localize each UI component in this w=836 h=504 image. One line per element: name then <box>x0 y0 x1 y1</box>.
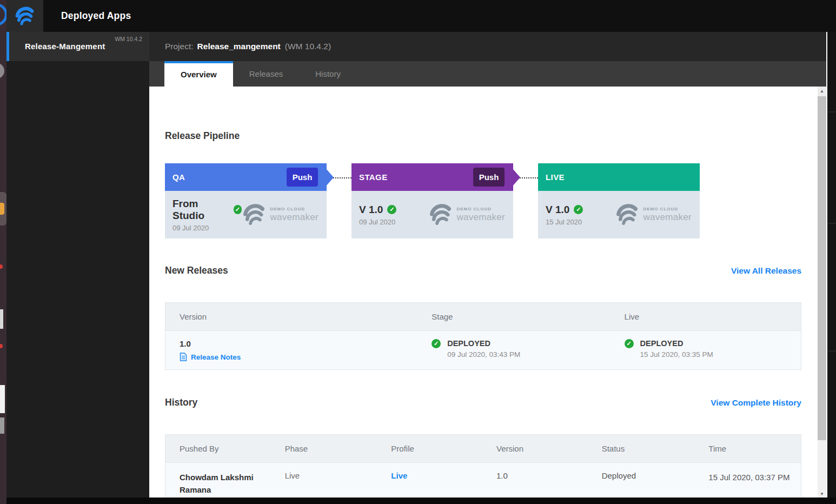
vertical-scrollbar[interactable]: ▲ ▼ <box>818 87 826 498</box>
new-releases-table-header: Version Stage Live <box>165 303 801 330</box>
live-stage-header: LIVE <box>538 163 700 191</box>
stage-push-button[interactable]: Push <box>473 168 505 187</box>
wavemaker-logo-icon <box>615 202 640 227</box>
dock-icon-fragment <box>0 3 6 26</box>
deployed-check-icon: ✓ <box>625 339 634 348</box>
history-phase: Live <box>271 463 377 497</box>
scrollbar-thumb[interactable] <box>818 96 826 440</box>
divider <box>828 111 836 112</box>
logo-text-top: DEMO CLOUD <box>270 207 319 211</box>
new-releases-table: Version Stage Live 1.0 Release Notes <box>165 302 801 370</box>
qa-deploy-date: 09 Jul 2020 <box>172 224 242 232</box>
dock-notification-dot <box>0 344 3 348</box>
new-releases-header-row: New Releases View All Releases <box>165 265 801 276</box>
sidebar-item-release-mangement[interactable]: WM 10.4.2 Release-Mangement <box>6 32 149 61</box>
logo-text-bottom: wavemaker <box>643 212 692 223</box>
qa-stage-header: QA Push <box>165 163 327 191</box>
logo-text-top: DEMO CLOUD <box>456 207 505 211</box>
project-header: Project: Release_mangement (WM 10.4.2) <box>149 32 826 61</box>
pipeline-card-stage: STAGE Push V 1.0 ✓ 09 Jul 2020 <box>351 163 513 238</box>
project-version: (WM 10.4.2) <box>285 42 331 51</box>
main-panel: Project: Release_mangement (WM 10.4.2) O… <box>149 32 826 498</box>
column-header-version: Version <box>482 435 588 462</box>
column-header-stage: Stage <box>417 303 610 330</box>
deployed-check-icon: ✓ <box>574 205 583 214</box>
live-deploy-info: V 1.0 ✓ 15 Jul 2020 <box>546 204 583 226</box>
stage-version-label: V 1.0 <box>359 204 383 216</box>
history-title: History <box>165 397 197 408</box>
scroll-up-icon[interactable]: ▲ <box>818 87 826 96</box>
qa-version-label: From Studio <box>172 198 229 222</box>
wavemaker-logo-icon <box>14 5 36 27</box>
tab-overview[interactable]: Overview <box>164 61 233 87</box>
column-header-status: Status <box>588 435 695 462</box>
tab-history[interactable]: History <box>299 61 357 87</box>
live-deploy-time: 15 Jul 2020, 03:35 PM <box>640 350 713 359</box>
history-pushed-by: Chowdam Lakshmi Ramana <box>165 463 271 497</box>
release-pipeline-title: Release Pipeline <box>165 130 240 142</box>
wavemaker-demo-cloud-logo: DEMO CLOUD wavemaker <box>615 202 692 227</box>
view-all-releases-link[interactable]: View All Releases <box>731 266 801 276</box>
wavemaker-home-button[interactable] <box>6 0 43 32</box>
column-header-live: Live <box>611 303 801 330</box>
qa-deploy-info: From Studio ✓ 09 Jul 2020 <box>172 198 242 232</box>
release-notes-link[interactable]: Release Notes <box>180 353 412 361</box>
live-version-label: V 1.0 <box>546 204 569 216</box>
stage-stage-body: V 1.0 ✓ 09 Jul 2020 DEMO CLOUD wavemaker <box>351 191 513 238</box>
screen: Deployed Apps WM 10.4.2 Release-Mangemen… <box>0 0 836 504</box>
column-header-phase: Phase <box>271 435 377 462</box>
dock-icon-fragment <box>0 417 4 434</box>
column-header-profile: Profile <box>377 435 482 462</box>
deployed-check-icon: ✓ <box>432 339 441 348</box>
history-version: 1.0 <box>482 463 588 497</box>
stage-stage-header: STAGE Push <box>351 163 513 191</box>
logo-text-bottom: wavemaker <box>270 212 319 223</box>
background-window-edge <box>826 32 836 498</box>
deployed-check-icon: ✓ <box>234 205 242 214</box>
dock-icon-fragment <box>0 63 4 79</box>
pipeline-cards: QA Push From Studio ✓ 09 Jul 2020 <box>165 163 700 238</box>
stage-status: DEPLOYED <box>447 339 520 348</box>
qa-stage-body: From Studio ✓ 09 Jul 2020 DEMO CLOUD wav… <box>165 191 327 238</box>
dock-active-icon-fragment <box>0 192 6 226</box>
live-stage-body: V 1.0 ✓ 15 Jul 2020 DEMO CLOUD wavemaker <box>538 191 700 238</box>
view-complete-history-link[interactable]: View Complete History <box>711 398 801 408</box>
qa-push-button[interactable]: Push <box>287 168 318 187</box>
logo-text-bottom: wavemaker <box>456 212 505 223</box>
history-status: Deployed <box>588 463 695 497</box>
dock-notification-dot <box>0 264 3 269</box>
scroll-down-icon[interactable]: ▼ <box>818 492 826 496</box>
history-profile-link[interactable]: Live <box>391 471 407 480</box>
dock-icon-fragment <box>0 309 3 329</box>
deployed-check-icon: ✓ <box>387 205 396 214</box>
document-icon <box>180 353 187 361</box>
dock-icon-fragment <box>0 385 5 413</box>
stage-name: STAGE <box>359 173 388 182</box>
column-header-pushed-by: Pushed By <box>165 435 271 462</box>
stage-arrow-icon <box>513 169 520 186</box>
stage-name: LIVE <box>546 173 565 182</box>
wavemaker-logo-icon <box>428 202 453 227</box>
history-time: 15 Jul 2020, 03:37 PM <box>694 463 801 497</box>
divider <box>828 350 836 352</box>
stage-name: QA <box>172 173 185 182</box>
column-header-time: Time <box>694 435 801 462</box>
tab-bar: Overview Releases History <box>149 61 826 87</box>
pipeline-card-qa: QA Push From Studio ✓ 09 Jul 2020 <box>165 163 327 238</box>
os-dock-edge <box>0 0 6 504</box>
release-version: 1.0 <box>180 339 412 348</box>
logo-text-top: DEMO CLOUD <box>643 207 692 211</box>
tab-releases[interactable]: Releases <box>233 61 300 87</box>
history-row: Chowdam Lakshmi Ramana Live Live 1.0 Dep… <box>165 462 801 497</box>
overview-content: Release Pipeline QA Push From Studio ✓ <box>149 87 818 498</box>
divider <box>828 223 836 224</box>
project-wm-version-tag: WM 10.4.2 <box>115 36 142 42</box>
history-table: Pushed By Phase Profile Version Status T… <box>165 434 801 497</box>
new-release-row: 1.0 Release Notes ✓ DEPLOYED 09 Jul 2020… <box>165 330 801 369</box>
new-releases-title: New Releases <box>165 265 228 276</box>
pipeline-card-live: LIVE V 1.0 ✓ 15 Jul 2020 <box>538 163 700 238</box>
wavemaker-demo-cloud-logo: DEMO CLOUD wavemaker <box>428 202 505 227</box>
stage-deploy-time: 09 Jul 2020, 03:43 PM <box>447 350 520 359</box>
stage-deploy-info: V 1.0 ✓ 09 Jul 2020 <box>359 204 396 226</box>
live-status: DEPLOYED <box>640 339 713 348</box>
